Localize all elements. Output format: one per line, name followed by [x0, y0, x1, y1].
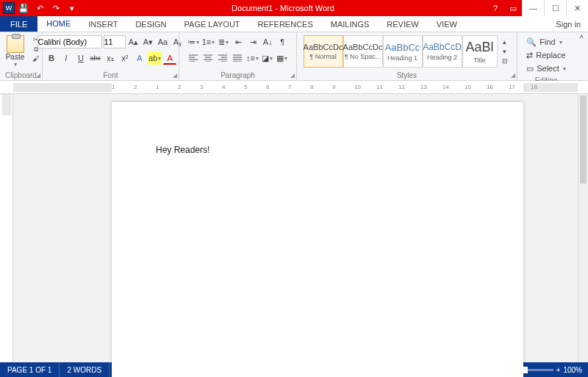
minimize-button[interactable]: —	[522, 0, 544, 16]
ruler-tick: 4	[222, 84, 225, 90]
subscript-button[interactable]: x₂	[104, 51, 117, 65]
zoom-slider-thumb[interactable]	[523, 367, 528, 373]
style-title[interactable]: AaBl Title	[462, 35, 498, 68]
highlight-button[interactable]: ab▾	[148, 51, 162, 65]
italic-button[interactable]: I	[60, 51, 73, 65]
sort-button[interactable]: A↓	[261, 35, 274, 49]
vertical-scrollbar[interactable]	[578, 94, 588, 362]
bold-button[interactable]: B	[45, 51, 58, 65]
tab-insert[interactable]: INSERT	[79, 16, 126, 32]
justify-button[interactable]	[231, 51, 244, 65]
change-case-button[interactable]: Aa	[157, 35, 170, 49]
status-page[interactable]: PAGE 1 OF 1	[0, 362, 60, 377]
paste-icon	[7, 35, 24, 53]
qat-customize-button[interactable]: ▾	[65, 1, 79, 15]
shading-button[interactable]: ◪▾	[261, 51, 274, 65]
horizontal-ruler[interactable]: 12123456789101112131415161718	[0, 81, 588, 94]
format-painter-button[interactable]: 🖌	[30, 54, 42, 63]
tab-review[interactable]: REVIEW	[378, 16, 427, 32]
help-button[interactable]: ?	[487, 0, 504, 16]
grow-font-button[interactable]: A▴	[127, 35, 140, 49]
save-button[interactable]: 💾	[16, 1, 31, 15]
vertical-ruler[interactable]	[0, 94, 13, 362]
text-effects-button[interactable]: A	[133, 51, 146, 65]
styles-expand[interactable]: ⊟	[499, 57, 511, 65]
increase-indent-button[interactable]: ⇥	[246, 35, 259, 49]
tab-view[interactable]: VIEW	[428, 16, 466, 32]
styles-row-up[interactable]: ▴	[499, 37, 511, 46]
ruler-tick: 11	[376, 84, 383, 90]
align-right-button[interactable]	[216, 51, 229, 65]
style-heading-2[interactable]: AaBbCcD Heading 2	[423, 35, 462, 68]
ruler-tick: 1	[156, 84, 159, 90]
paste-button[interactable]: Paste ▾	[1, 34, 30, 68]
show-hide-marks-button[interactable]: ¶	[276, 35, 289, 49]
font-name-combo[interactable]	[37, 35, 102, 49]
redo-button[interactable]: ↷	[49, 1, 63, 15]
tab-home[interactable]: HOME	[37, 16, 79, 32]
zoom-in-button[interactable]: +	[556, 366, 561, 374]
decrease-indent-button[interactable]: ⇤	[232, 35, 245, 49]
clipboard-group-label: Clipboard	[5, 71, 37, 80]
paragraph-launcher[interactable]: ◢	[290, 72, 295, 79]
underline-button[interactable]: U	[74, 51, 87, 65]
numbering-button[interactable]: 1≡▾	[201, 35, 216, 49]
ribbon-display-options-button[interactable]: ▭	[504, 0, 522, 16]
tab-mailings[interactable]: MAILINGS	[322, 16, 379, 32]
superscript-button[interactable]: x²	[118, 51, 132, 65]
zoom-slider[interactable]	[495, 369, 553, 371]
paste-label: Paste	[6, 53, 25, 61]
work-area: ◨ 12123456789101112131415161718 Hey Read…	[0, 81, 588, 362]
font-color-button[interactable]: A	[163, 51, 176, 65]
tab-file[interactable]: FILE	[0, 16, 37, 32]
collapse-ribbon-button[interactable]: ^	[575, 32, 588, 80]
tab-design[interactable]: DESIGN	[126, 16, 175, 32]
replace-button[interactable]: ⇄Replace	[526, 49, 566, 62]
window-controls: — ☐ ✕	[522, 0, 588, 16]
document-page[interactable]: Hey Readers!	[112, 102, 523, 377]
styles-launcher[interactable]: ◢	[511, 72, 515, 79]
style-normal[interactable]: AaBbCcDc ¶ Normal	[304, 35, 343, 68]
multilevel-button[interactable]: ≣▾	[217, 35, 230, 49]
align-center-button[interactable]	[201, 51, 215, 65]
strike-button[interactable]: abc	[89, 51, 102, 65]
bullets-button[interactable]: ≔▾	[187, 35, 200, 49]
close-button[interactable]: ✕	[566, 0, 588, 16]
style-no-spacing[interactable]: AaBbCcDc ¶ No Spac...	[343, 35, 383, 68]
window-title: Document1 - Microsoft Word	[79, 4, 487, 12]
ruler-tick: 15	[465, 84, 471, 90]
ruler-tick: 17	[509, 84, 515, 90]
ruler-tick: 5	[244, 84, 247, 90]
zoom-level[interactable]: 100%	[563, 366, 582, 374]
ribbon-tabs: FILE HOME INSERT DESIGN PAGE LAYOUT REFE…	[0, 16, 588, 32]
select-icon: ▭	[526, 64, 534, 73]
tab-page-layout[interactable]: PAGE LAYOUT	[176, 16, 249, 32]
replace-icon: ⇄	[526, 51, 533, 60]
status-words[interactable]: 2 WORDS	[60, 362, 110, 377]
sign-in-link[interactable]: Sign in	[548, 16, 588, 32]
styles-row-down[interactable]: ▾	[499, 47, 511, 56]
document-body-text[interactable]: Hey Readers!	[156, 145, 209, 155]
shrink-font-button[interactable]: A▾	[142, 35, 155, 49]
ruler-tick: 1	[112, 84, 115, 90]
clipboard-launcher[interactable]: ◢	[36, 72, 40, 79]
undo-button[interactable]: ↶	[32, 1, 47, 15]
style-heading-1[interactable]: AaBbCc Heading 1	[383, 35, 423, 68]
ruler-tick: 6	[266, 84, 269, 90]
ruler-tick: 18	[531, 84, 537, 90]
title-bar: W 💾 ↶ ↷ ▾ Document1 - Microsoft Word ? ▭…	[0, 0, 588, 16]
word-app-icon[interactable]: W	[3, 2, 15, 14]
maximize-button[interactable]: ☐	[544, 0, 566, 16]
select-button[interactable]: ▭Select▾	[526, 62, 566, 75]
line-spacing-button[interactable]: ↕≡▾	[245, 51, 259, 65]
find-button[interactable]: 🔍Find▾	[526, 35, 566, 49]
borders-button[interactable]: ▦▾	[276, 51, 289, 65]
scrollbar-thumb[interactable]	[580, 96, 587, 184]
ruler-tick: 10	[354, 84, 361, 90]
font-size-combo[interactable]	[104, 35, 126, 49]
ruler-tick: 12	[398, 84, 405, 90]
align-left-button[interactable]	[187, 51, 200, 65]
ruler-tick: 16	[487, 84, 493, 90]
font-launcher[interactable]: ◢	[173, 72, 177, 79]
tab-references[interactable]: REFERENCES	[249, 16, 322, 32]
